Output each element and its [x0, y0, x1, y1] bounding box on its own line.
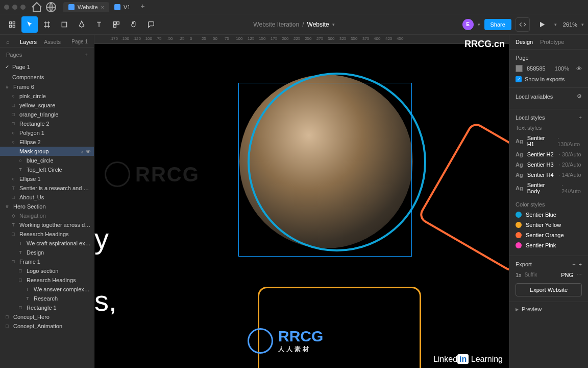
layer-row[interactable]: TSentier is a research and design ag... — [0, 183, 94, 193]
close-icon[interactable]: × — [101, 4, 104, 10]
layer-row[interactable]: ◇Navigation — [0, 211, 94, 220]
layer-label: blue_circle — [27, 157, 54, 164]
canvas-area[interactable]: RRCG.cn -175-125-75-25257512517522527532… — [94, 35, 509, 368]
ruler-tick: -50 — [167, 36, 173, 41]
text-style-row[interactable]: AgSentier Body · 24/Auto — [516, 180, 582, 196]
menu-button[interactable] — [4, 16, 20, 33]
frame-tool[interactable] — [39, 16, 55, 33]
visibility-icon[interactable]: 👁 — [576, 65, 582, 72]
add-style-button[interactable]: + — [579, 114, 582, 121]
shape-tool[interactable] — [56, 16, 72, 33]
plus-icon[interactable]: + — [579, 261, 582, 267]
layer-row[interactable]: □Rectangle 2 — [0, 119, 94, 128]
layer-row[interactable]: TWorking together across disciplines... — [0, 220, 94, 229]
tab-v1[interactable]: V1 — [109, 2, 135, 12]
add-tab-button[interactable]: + — [135, 2, 150, 12]
zoom-level[interactable]: 261% — [563, 21, 577, 28]
chevron-down-icon[interactable]: ▾ — [478, 22, 480, 27]
layer-row[interactable]: TWe answer complex busin... — [0, 285, 94, 294]
layer-row[interactable]: □Research Headings — [0, 229, 94, 239]
layer-row[interactable]: TResearch — [0, 294, 94, 303]
pen-tool[interactable] — [74, 16, 90, 33]
dev-mode-button[interactable] — [516, 17, 530, 32]
chevron-down-icon[interactable]: ▾ — [554, 22, 557, 27]
export-format[interactable]: PNG — [561, 272, 573, 278]
chevron-down-icon[interactable]: ▾ — [581, 22, 584, 27]
resources-tool[interactable] — [108, 16, 125, 33]
layer-row[interactable]: □Concept_Hero — [0, 312, 94, 321]
layer-row[interactable]: TWe craft aspirational experienc... — [0, 239, 94, 248]
layer-row[interactable]: ○Ellipse 1 — [0, 174, 94, 183]
tab-design[interactable]: Design — [516, 39, 533, 45]
layer-type-icon: □ — [17, 277, 23, 283]
search-icon[interactable]: ⌕ — [6, 39, 10, 45]
ruler-tick: -100 — [144, 36, 152, 41]
layer-row[interactable]: ○Ellipse 2 — [0, 137, 94, 147]
export-button[interactable]: Export Website — [516, 283, 582, 296]
breadcrumb[interactable]: Website Iteration / Website ▾ — [253, 21, 334, 28]
layer-row[interactable]: □orange_triangle — [0, 110, 94, 119]
tab-assets[interactable]: Assets — [44, 39, 61, 45]
layer-row[interactable]: ○blue_circle — [0, 156, 94, 165]
ruler-tick: 175 — [271, 36, 277, 41]
color-opacity[interactable]: 100% — [555, 65, 569, 72]
layer-row[interactable]: ○Polygon 1 — [0, 128, 94, 137]
color-swatch[interactable] — [516, 65, 523, 72]
layer-row[interactable]: #Hero Section — [0, 202, 94, 211]
present-button[interactable] — [534, 16, 550, 33]
visibility-icon[interactable]: 👁 — [86, 149, 91, 154]
move-tool[interactable] — [21, 16, 38, 33]
chevron-down-icon[interactable]: ▾ — [332, 22, 335, 27]
color-style-row[interactable]: Sentier Pink — [516, 240, 582, 250]
export-scale[interactable]: 1x — [516, 272, 522, 278]
layer-row[interactable]: □Research Headings — [0, 275, 94, 285]
layer-row[interactable]: #Frame 6 — [0, 82, 94, 91]
share-button[interactable]: Share — [484, 19, 511, 30]
layer-row[interactable]: Mask group⬨👁 — [0, 147, 94, 156]
checkbox-checked-icon[interactable]: ✓ — [516, 76, 522, 82]
color-style-row[interactable]: Sentier Blue — [516, 210, 582, 220]
text-style-row[interactable]: AgSentier H3 · 20/Auto — [516, 159, 582, 170]
text-style-row[interactable]: AgSentier H1 · 130/Auto — [516, 133, 582, 149]
home-icon[interactable] — [31, 1, 43, 13]
page-indicator[interactable]: Page 1 — [71, 39, 88, 45]
show-in-exports-row[interactable]: ✓ Show in exports — [516, 76, 582, 82]
canvas[interactable]: RRCG y s, RRCG 人人素材 Linkedin Learning — [94, 44, 509, 368]
lock-icon[interactable]: ⬨ — [81, 149, 84, 154]
color-style-row[interactable]: Sentier Orange — [516, 230, 582, 240]
comment-tool[interactable] — [143, 16, 159, 33]
layer-row[interactable]: □About_Us — [0, 193, 94, 202]
layer-row[interactable]: ○pink_circle — [0, 91, 94, 101]
avatar[interactable]: E — [462, 19, 474, 30]
layer-row[interactable]: □Frame 1 — [0, 257, 94, 266]
layer-row[interactable]: □Rectangle 1 — [0, 303, 94, 312]
page-background-row[interactable]: 858585 100% 👁 — [516, 65, 582, 72]
more-icon[interactable]: ⋯ — [576, 271, 582, 278]
settings-icon[interactable]: ⚙ — [577, 93, 582, 100]
orange-triangle-shape[interactable] — [417, 121, 509, 274]
tab-prototype[interactable]: Prototype — [540, 39, 564, 45]
text-tool[interactable] — [91, 16, 107, 33]
color-style-row[interactable]: Sentier Yellow — [516, 220, 582, 230]
community-icon[interactable] — [45, 1, 57, 13]
color-hex[interactable]: 858585 — [527, 65, 546, 72]
layer-actions[interactable]: ⬨👁 — [81, 149, 91, 154]
add-page-button[interactable]: + — [85, 52, 88, 58]
layer-row[interactable]: □Logo section — [0, 266, 94, 275]
page-item[interactable]: Page 1 — [0, 62, 94, 72]
text-style-row[interactable]: AgSentier H4 · 14/Auto — [516, 170, 582, 180]
hand-tool[interactable] — [126, 16, 142, 33]
layer-row[interactable]: □yellow_square — [0, 101, 94, 110]
export-suffix-input[interactable] — [525, 272, 545, 278]
ruler-tick: 350 — [351, 36, 357, 41]
tab-layers[interactable]: Layers — [20, 39, 37, 45]
page-item[interactable]: Components — [0, 72, 94, 82]
minus-icon[interactable]: − — [572, 261, 575, 267]
layer-row[interactable]: TDesign — [0, 248, 94, 257]
text-style-row[interactable]: AgSentier H2 · 30/Auto — [516, 149, 582, 159]
preview-toggle[interactable]: ▶ Preview — [509, 302, 588, 316]
layer-row[interactable]: TTop_left Circle — [0, 165, 94, 174]
layer-row[interactable]: □Concept_Animation — [0, 321, 94, 331]
layer-label: Sentier is a research and design ag... — [19, 185, 91, 191]
tab-website[interactable]: Website × — [63, 2, 109, 12]
